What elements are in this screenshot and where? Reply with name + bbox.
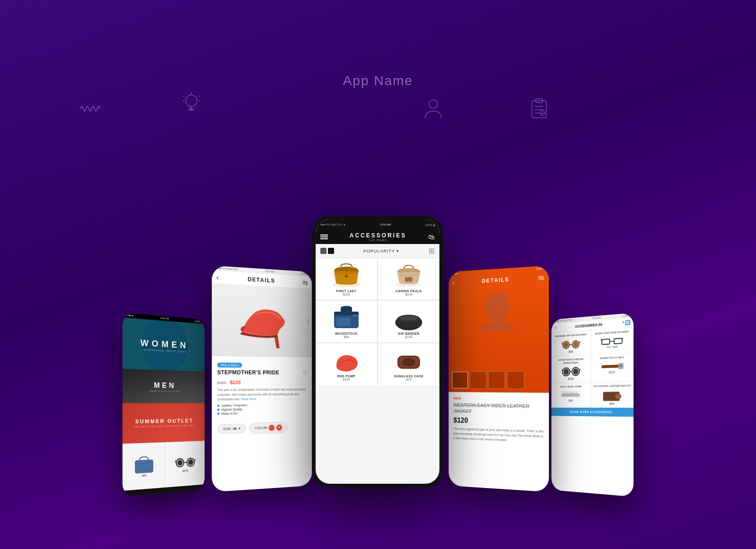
svg-point-23 [177,460,182,466]
read-more-link[interactable]: Read More [241,397,256,401]
details-title-phone4: DETAILS [482,277,509,284]
price-row: $380 $220 [217,378,308,386]
phone5-products-grid: BROWNIE HIP SUN GLASSES $68 BASIC LOOK F… [551,327,634,408]
phone5-item-5: OLD SCHOOL LEATHER WALLET $99 [591,382,634,408]
cart-icon-phone2[interactable]: 🛍 [302,279,308,286]
back-arrow-phone2[interactable]: ‹ [216,273,219,281]
phone5-item-4: HOLLY MARY COMB $38 [551,383,591,408]
product-description: This pair is an undisputable must-have o… [217,387,308,402]
grid-item-name-0: FIRST LADY [336,289,356,293]
cart-icon-phone3[interactable]: 🛍 [428,233,435,241]
grid-item-4: RED PUMP $145 [316,343,377,385]
svg-point-47 [563,342,568,348]
grid-item-price-3: $190 [405,335,412,339]
svg-rect-33 [336,318,351,326]
svg-rect-16 [135,460,153,473]
svg-line-51 [610,341,614,342]
item-price-1: $89 [142,474,146,477]
phone3-toolbar: POPULARITY ▾ ⊞ [316,244,439,258]
back-arrow-phone4[interactable]: ‹ [453,279,455,287]
phone-1-categories: ●●●●● 5:50 AM100% ▮ WOMEN INCREDIBLE PRI… [122,313,205,497]
hamburger-menu[interactable] [320,235,328,239]
svg-rect-50 [614,338,622,344]
men-sub: NEW COLLECTION [149,390,180,392]
price-phone4: $120 [454,416,544,426]
view-toggle-phone5[interactable]: ▾ [622,320,630,325]
grid-item-2: WOODSTOCK $89 [316,301,377,342]
phone-2-details: ●●●● PS SKETCH5:50 AM100% ▮ ‹ DETAILS 🛍 [212,265,312,492]
grid-item-price-4: $145 [343,378,350,381]
grid-item-name-5: SUNGLASS CASE [394,375,423,378]
phone5-item-2: OUTER SPACE VISITOR SUNGLASSES $295 [551,355,591,383]
new-badge-phone4: NEW [454,396,544,401]
women-section: WOMEN INCREDIBLE PRICE CUTS [122,317,205,371]
product-name-phone2: STEPMOTHER'S PRIDE [217,369,279,376]
grid-item-name-2: WOODSTOCK [335,332,358,335]
men-section: MEN NEW COLLECTION [122,369,205,403]
svg-line-45 [562,342,563,345]
svg-line-58 [579,369,580,372]
svg-line-21 [175,460,176,463]
product-name-phone4: WESTERN EASY RIDER LEATHER JACKET [454,402,544,416]
cart-icon-phone4[interactable]: 🛍 [538,274,544,281]
color-selector[interactable]: COLOR ▾ [249,421,288,434]
svg-point-60 [573,368,578,375]
featured-items: $89 $295 [122,441,205,491]
hamburger-phone5[interactable]: ☰ [554,326,557,330]
svg-point-24 [188,459,193,465]
phone3-header: ACCESSORIES 130 ITEMS 🛍 [316,230,439,244]
sort-dropdown[interactable]: POPULARITY ▾ [363,249,399,253]
summer-label: SUMMER OUTLET [135,418,193,425]
phone5-price-2: $295 [568,377,574,380]
show-more-button[interactable]: SHOW MORE ACCESSORIES [551,408,634,417]
phone5-price-4: $38 [568,399,573,402]
phone-3-accessories-center: ●●● PS SKETCH ▲ 5:50 AM 100% ▮ ACCESSORI… [312,216,443,488]
svg-rect-49 [602,339,610,345]
grid-item-0: FIRST LADY $220 [316,258,377,300]
phone3-title-area: ACCESSORIES 130 ITEMS [350,232,406,242]
phone5-item-0: BROWNIE HIP SUN GLASSES $68 [551,331,591,357]
grid-item-name-3: AIR BENDER [398,332,419,335]
phone4-info: NEW WESTERN EASY RIDER LEATHER JACKET $1… [448,392,549,449]
size-selector[interactable]: SIZE 38 ▾ [217,424,246,434]
grid-item-price-2: $89 [344,335,349,339]
summer-sub: THE BEST-SELLING STUFF FOR 70% OFF [134,424,195,428]
svg-rect-26 [336,272,357,274]
phone5-price-1: $120 $95 [606,345,618,349]
svg-point-48 [573,341,578,348]
grid-item-1: CARING PAULA $108 [378,258,439,300]
phones-showcase: ●●●●● 5:50 AM100% ▮ WOMEN INCREDIBLE PRI… [94,95,662,521]
phone5-item-1: BASIC LOOK FAKE GLASSES $120 $95 [591,327,634,355]
grid-item-price-5: $75 [406,378,412,381]
phone4-thumbnails [452,371,524,389]
grid-item-name-4: RED PUMP [337,375,355,378]
description-phone4: The most significant part of your look t… [454,426,544,444]
new-price: $220 [230,380,241,385]
svg-point-41 [402,358,415,366]
details-title-phone2: DETAILS [248,276,275,284]
phone5-item-3: SUPER UTILITY BELT $120 [591,353,634,382]
phone5-price-0: $68 [568,350,573,353]
svg-point-59 [563,369,569,375]
product-info-phone2: Mike & Myers STEPMOTHER'S PRIDE ♡ $380 $… [212,356,312,421]
view-toggle[interactable] [320,248,334,254]
item-glasses: $295 [165,441,205,488]
phone5-title: ACCESORIES 59 [575,322,602,329]
grid-item-3: AIR BENDER $190 [378,301,439,342]
old-price: $380 [217,381,226,385]
grid-item-price-1: $108 [405,293,412,296]
svg-line-46 [579,341,580,344]
product-hero-phone2 [212,284,312,357]
app-title: App Name [343,73,413,88]
svg-rect-32 [334,312,359,315]
phone5-price-5: $99 [610,402,614,405]
filter-icon[interactable]: ⊞ [429,246,435,255]
men-label: MEN [149,381,180,390]
wishlist-icon[interactable]: ♡ [302,370,307,377]
item-price-2: $295 [182,469,188,472]
phone3-notch: ●●● PS SKETCH ▲ 5:50 AM 100% ▮ [316,219,439,230]
svg-rect-65 [561,393,580,397]
svg-rect-30 [405,277,412,282]
phone4-hero: 👤 [448,284,549,393]
svg-point-27 [345,275,348,278]
